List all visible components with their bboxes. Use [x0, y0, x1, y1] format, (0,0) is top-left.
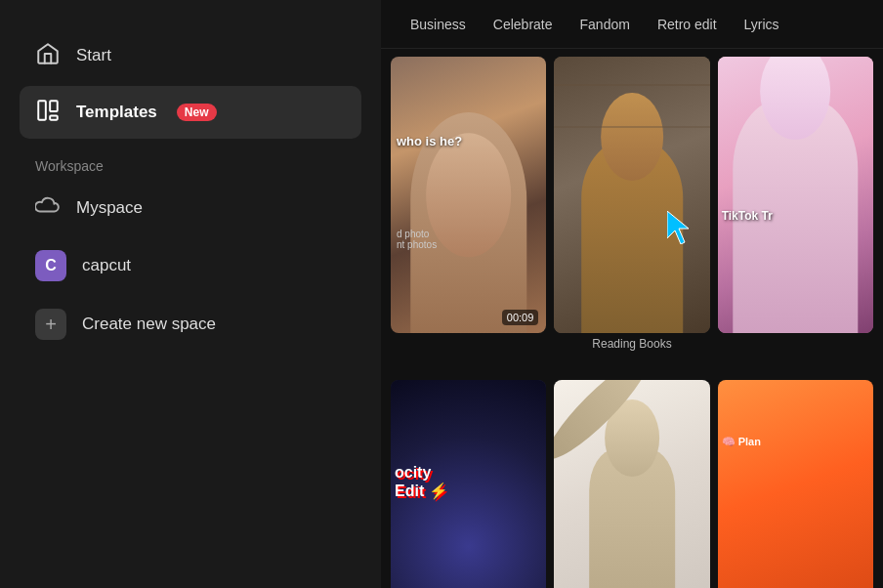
template-grid: who is he? d photont photos 00:09 — [381, 49, 883, 588]
sidebar-item-create-new-space[interactable]: + Create new space — [20, 297, 361, 352]
grid-row-2: ocityEdit ⚡ 🧠 Plan — [391, 380, 873, 588]
workspace-section-label: Workspace — [20, 143, 361, 182]
sidebar-item-start[interactable]: Start — [20, 29, 361, 82]
card-4-bg: ocityEdit ⚡ — [391, 380, 546, 588]
template-card-6[interactable]: 🧠 Plan — [718, 380, 873, 588]
sidebar-item-myspace[interactable]: Myspace — [20, 182, 361, 234]
card-3-bg: TikTok Tr — [718, 57, 873, 333]
nav-item-business[interactable]: Business — [397, 0, 480, 49]
sidebar-templates-label: Templates — [76, 103, 157, 122]
card-1-bg: who is he? d photont photos 00:09 — [391, 57, 546, 333]
nav-item-celebrate[interactable]: Celebrate — [480, 0, 567, 49]
template-card-1[interactable]: who is he? d photont photos 00:09 — [391, 57, 546, 351]
card-6-bg: 🧠 Plan — [718, 380, 873, 588]
sidebar: Start Templates New Workspace Myspace C … — [0, 0, 381, 588]
home-icon — [35, 41, 61, 70]
cloud-icon — [35, 193, 61, 223]
top-nav: Business Celebrate Fandom Retro edit Lyr… — [381, 0, 883, 49]
svg-rect-1 — [50, 101, 58, 111]
card-1-duration: 00:09 — [502, 310, 539, 325]
card-1-text: who is he? — [397, 134, 462, 148]
template-card-2[interactable]: Reading Books — [554, 57, 709, 351]
card-4-text: ocityEdit ⚡ — [395, 463, 448, 500]
svg-marker-3 — [667, 211, 689, 244]
grid-row-1: who is he? d photont photos 00:09 — [391, 57, 873, 351]
content-area: Business Celebrate Fandom Retro edit Lyr… — [381, 0, 883, 588]
template-card-3[interactable]: TikTok Tr — [718, 57, 873, 351]
new-badge: New — [177, 104, 217, 121]
nav-item-fandom[interactable]: Fandom — [567, 0, 644, 49]
plus-icon: + — [35, 309, 66, 340]
sidebar-start-label: Start — [76, 46, 111, 65]
card-3-text: TikTok Tr — [722, 209, 773, 223]
card-2-bg — [554, 57, 709, 333]
svg-rect-0 — [38, 101, 46, 120]
sidebar-capcut-label: capcut — [82, 256, 131, 275]
nav-item-lyrics[interactable]: Lyrics — [731, 0, 793, 49]
sidebar-item-capcut[interactable]: C capcut — [20, 238, 361, 293]
svg-rect-2 — [50, 115, 58, 119]
cursor-pointer — [667, 211, 694, 248]
card-6-text: 🧠 Plan — [722, 436, 761, 448]
sidebar-create-space-label: Create new space — [82, 315, 216, 334]
card-5-bg — [554, 380, 709, 588]
sidebar-item-templates[interactable]: Templates New — [20, 86, 361, 139]
capcut-icon: C — [35, 250, 66, 281]
templates-icon — [35, 98, 61, 127]
template-card-4[interactable]: ocityEdit ⚡ — [391, 380, 546, 588]
template-card-5[interactable] — [554, 380, 709, 588]
card-1-subtext: d photont photos — [397, 229, 437, 250]
card-2-label: Reading Books — [554, 337, 709, 351]
nav-item-retro-edit[interactable]: Retro edit — [644, 0, 731, 49]
sidebar-myspace-label: Myspace — [76, 198, 143, 218]
